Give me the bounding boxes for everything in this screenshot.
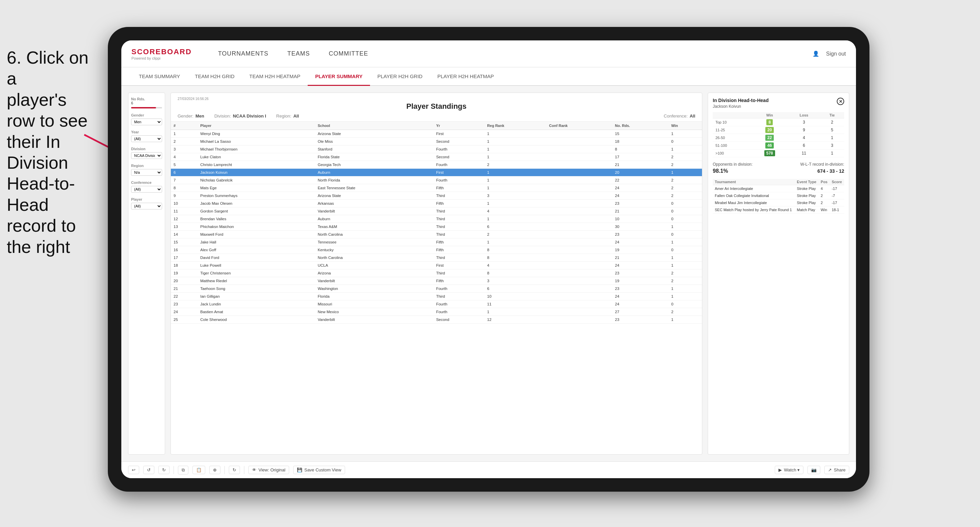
table-row[interactable]: 4 Luke Claton Florida State Second 1 17 …	[171, 153, 702, 161]
undo-button[interactable]: ↩	[128, 466, 139, 474]
table-row[interactable]: 25 Cole Sherwood Vanderbilt Second 12 23…	[171, 316, 702, 324]
share-button[interactable]: ↗ Share	[824, 466, 849, 474]
cell-reg-rank: 3	[485, 277, 547, 285]
cell-no-rds: 24	[612, 262, 668, 269]
h2h-win-top10: 8	[751, 119, 788, 126]
h2h-row-top10[interactable]: Top 10 8 3 2	[713, 119, 844, 126]
cell-rank: 19	[171, 269, 197, 277]
paste-button[interactable]: 📋	[192, 466, 205, 474]
h2h-row-11-25[interactable]: 11-25 20 9 5	[713, 126, 844, 134]
table-row[interactable]: 18 Luke Powell UCLA First 4 24 1	[171, 262, 702, 269]
cell-conf-rank	[546, 176, 612, 184]
h2h-tie-11-25: 5	[820, 126, 844, 134]
cell-win: 0	[668, 231, 702, 238]
watch-button[interactable]: ▶ Watch ▾	[775, 466, 803, 474]
h2h-close-button[interactable]: ✕	[837, 98, 844, 105]
tablet-screen: SCOREBOARD Powered by clippi TOURNAMENTS…	[121, 40, 856, 478]
icon-user: 👤	[813, 51, 819, 57]
standings-title: Player Standings	[178, 102, 695, 111]
table-row[interactable]: 23 Jack Lundin Missouri Fourth 11 24 0	[171, 300, 702, 308]
conference-select[interactable]: (All)	[131, 186, 162, 193]
table-row[interactable]: 12 Brendan Valles Auburn Third 1 10 0	[171, 215, 702, 223]
h2h-loss-top10: 3	[788, 119, 820, 126]
region-select[interactable]: N/a	[131, 169, 162, 176]
cell-conf-rank	[546, 200, 612, 208]
table-row[interactable]: 16 Alex Goff Kentucky Fifth 8 19 0	[171, 246, 702, 254]
table-row[interactable]: 3 Michael Thorbjornsen Stanford Fourth 1…	[171, 146, 702, 153]
table-row[interactable]: 21 Taehoon Song Washington Fourth 6 23 1	[171, 285, 702, 293]
table-row[interactable]: 2 Michael La Sasso Ole Miss Second 1 18 …	[171, 138, 702, 146]
sub-nav-player-summary[interactable]: PLAYER SUMMARY	[308, 67, 370, 86]
refresh-button[interactable]: ↻	[229, 466, 240, 474]
table-row[interactable]: 24 Bastien Amat New Mexico Fourth 1 27 2	[171, 308, 702, 316]
table-row[interactable]: 13 Phichaksn Maichon Texas A&M Third 6 3…	[171, 223, 702, 231]
cell-rank: 14	[171, 231, 197, 238]
cell-yr: First	[433, 262, 484, 269]
nav-committee[interactable]: COMMITTEE	[320, 40, 378, 67]
nav-teams[interactable]: TEAMS	[278, 40, 320, 67]
tournament-row: Fallen Oak Collegiate Invitational Strok…	[713, 192, 844, 199]
cell-player: Alex Goff	[197, 246, 315, 254]
table-row[interactable]: 8 Mats Ege East Tennessee State Fifth 1 …	[171, 184, 702, 192]
table-row[interactable]: 6 Jackson Koivun Auburn First 1 20 1	[171, 169, 702, 176]
view-original-button[interactable]: 👁 View: Original	[248, 466, 289, 474]
redo-button-2[interactable]: ↻	[158, 466, 170, 474]
sign-out-link[interactable]: Sign out	[826, 51, 846, 57]
sub-nav-team-h2h-heatmap[interactable]: TEAM H2H HEATMAP	[242, 67, 308, 86]
logo-powered: Powered by clippi	[131, 56, 192, 60]
year-select[interactable]: (All)	[131, 135, 162, 142]
tour-name-4: SEC Match Play hosted by Jerry Pate Roun…	[713, 206, 795, 213]
cell-player: Ian Gilligan	[197, 293, 315, 300]
filter-button[interactable]: ⊕	[209, 466, 220, 474]
h2h-loss-11-25: 9	[788, 126, 820, 134]
gender-select[interactable]: Men	[131, 119, 162, 125]
sub-nav-team-h2h-grid[interactable]: TEAM H2H GRID	[188, 67, 242, 86]
tournament-table: Tournament Event Type Pos Score Amer Ari…	[713, 179, 844, 213]
h2h-row-gt100[interactable]: >100 578 11 1	[713, 149, 844, 157]
cell-school: Arkansas	[315, 200, 433, 208]
cell-reg-rank: 11	[485, 300, 547, 308]
table-row[interactable]: 9 Preston Summerhays Arizona State Third…	[171, 192, 702, 200]
table-row[interactable]: 22 Ian Gilligan Florida Third 10 24 1	[171, 293, 702, 300]
player-select[interactable]: (All)	[131, 203, 162, 210]
cell-rank: 16	[171, 246, 197, 254]
table-row[interactable]: 17 David Ford North Carolina Third 8 21 …	[171, 254, 702, 262]
table-row[interactable]: 20 Matthew Riedel Vanderbilt Fifth 3 19 …	[171, 277, 702, 285]
copy-button[interactable]: ⧉	[178, 466, 188, 475]
cell-reg-rank: 1	[485, 215, 547, 223]
tour-col-score: Score	[830, 179, 844, 185]
cell-conf-rank	[546, 146, 612, 153]
h2h-win-11-25: 20	[751, 126, 788, 134]
table-row[interactable]: 14 Maxwell Ford North Carolina Third 2 2…	[171, 231, 702, 238]
division-label: Division	[131, 147, 162, 151]
no-rds-slider[interactable]	[131, 107, 162, 108]
cell-player: Brendan Valles	[197, 215, 315, 223]
division-select[interactable]: NCAA Division I	[131, 152, 162, 159]
cell-conf-rank	[546, 169, 612, 176]
cell-rank: 18	[171, 262, 197, 269]
sub-nav-team-summary[interactable]: TEAM SUMMARY	[131, 67, 188, 86]
nav-tournaments[interactable]: TOURNAMENTS	[208, 40, 278, 67]
cell-player: Bastien Amat	[197, 308, 315, 316]
screenshot-button[interactable]: 📷	[807, 466, 820, 474]
player-label: Player	[131, 197, 162, 202]
col-win: Win	[668, 122, 702, 130]
table-row[interactable]: 15 Jake Hall Tennessee Fifth 1 24 1	[171, 238, 702, 246]
sub-nav-player-h2h-heatmap[interactable]: PLAYER H2H HEATMAP	[430, 67, 501, 86]
table-row[interactable]: 19 Tiger Christensen Arizona Third 8 23 …	[171, 269, 702, 277]
redo-button-1[interactable]: ↺	[143, 466, 154, 474]
sub-nav-player-h2h-grid[interactable]: PLAYER H2H GRID	[370, 67, 430, 86]
table-row[interactable]: 5 Christo Lamprecht Georgia Tech Fourth …	[171, 161, 702, 169]
h2h-row-26-50[interactable]: 26-50 22 4 1	[713, 134, 844, 142]
col-no-rds: No. Rds.	[612, 122, 668, 130]
cell-no-rds: 24	[612, 293, 668, 300]
table-row[interactable]: 10 Jacob Max Olesen Arkansas Fifth 1 23 …	[171, 200, 702, 208]
table-row[interactable]: 7 Nicholas Gabrelcik North Florida Fourt…	[171, 176, 702, 184]
table-row[interactable]: 1 Wenyi Ding Arizona State First 1 15 1	[171, 130, 702, 138]
save-custom-button[interactable]: 💾 Save Custom View	[293, 466, 345, 474]
table-row[interactable]: 11 Gordon Sargent Vanderbilt Third 4 21 …	[171, 208, 702, 215]
cell-conf-rank	[546, 138, 612, 146]
col-conf-rank: Conf Rank	[546, 122, 612, 130]
h2h-row-51-100[interactable]: 51-100 46 6 3	[713, 142, 844, 149]
cell-yr: First	[433, 130, 484, 138]
